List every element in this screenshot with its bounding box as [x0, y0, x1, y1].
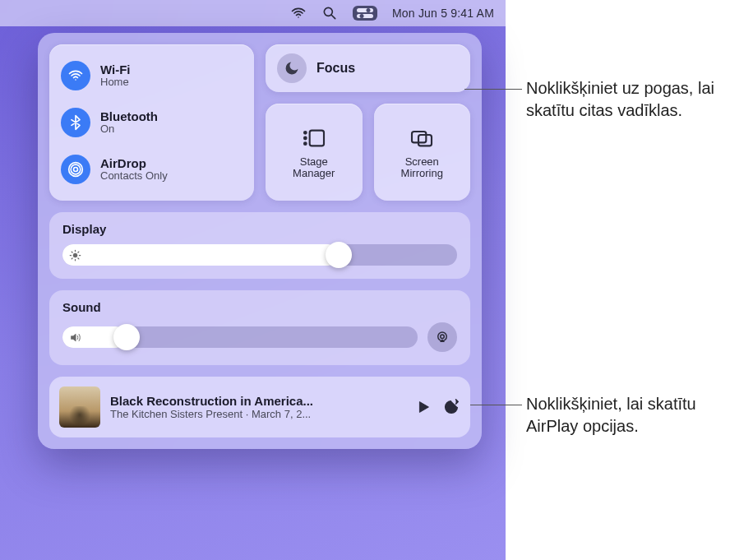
svg-point-0: [324, 7, 332, 16]
svg-text:30: 30: [448, 405, 455, 410]
svg-point-6: [71, 164, 81, 174]
display-label: Display: [62, 222, 457, 236]
spotlight-icon[interactable]: [321, 5, 338, 21]
bluetooth-row[interactable]: Bluetooth On: [59, 104, 244, 141]
svg-rect-2: [357, 14, 373, 18]
screen-mirroring-label: Screen Mirroring: [401, 156, 443, 180]
bluetooth-icon: [61, 108, 90, 137]
svg-rect-8: [309, 130, 323, 146]
svg-point-15: [441, 335, 445, 339]
svg-point-11: [304, 142, 307, 145]
callout-line: [470, 405, 522, 405]
screen-mirroring-icon: [409, 125, 435, 151]
brightness-icon: [69, 249, 81, 261]
sound-slider[interactable]: [62, 326, 418, 348]
svg-point-4: [359, 14, 363, 18]
moon-icon: [277, 53, 307, 83]
focus-label: Focus: [316, 61, 355, 76]
menubar: Mon Jun 5 9:41 AM: [0, 0, 506, 26]
wifi-row[interactable]: Wi-Fi Home: [59, 58, 244, 94]
bluetooth-sub: On: [100, 123, 158, 136]
airplay-icon: [435, 330, 450, 345]
callout-focus: Noklikšķiniet uz pogas, lai skatītu cita…: [526, 77, 715, 122]
wifi-sub: Home: [100, 76, 131, 89]
menubar-datetime[interactable]: Mon Jun 5 9:41 AM: [392, 7, 494, 20]
album-art: [59, 386, 100, 428]
control-center-toggle[interactable]: [353, 6, 377, 21]
now-playing-subtitle: The Kitchen Sisters Present · March 7, 2…: [110, 408, 404, 420]
wifi-icon[interactable]: [290, 5, 307, 21]
airplay-audio-button[interactable]: [427, 322, 457, 352]
focus-button[interactable]: Focus: [266, 44, 470, 92]
now-playing-title: Black Reconstruction in America...: [110, 394, 404, 408]
stage-manager-label: Stage Manager: [293, 156, 335, 180]
sound-card: Sound: [49, 290, 470, 365]
svg-point-3: [366, 8, 370, 12]
stage-manager-tile[interactable]: Stage Manager: [266, 104, 363, 201]
svg-rect-13: [418, 135, 432, 146]
airdrop-title: AirDrop: [100, 156, 168, 170]
sound-label: Sound: [62, 300, 457, 314]
svg-point-14: [73, 253, 77, 257]
airdrop-sub: Contacts Only: [100, 170, 168, 183]
svg-point-5: [74, 167, 78, 171]
display-card: Display: [49, 212, 470, 279]
wifi-icon: [61, 61, 90, 90]
display-slider[interactable]: [62, 244, 457, 266]
control-center-panel: Wi-Fi Home Bluetooth On: [38, 33, 482, 449]
callout-line: [464, 89, 522, 90]
airdrop-row[interactable]: AirDrop Contacts Only: [59, 151, 244, 187]
volume-icon: [69, 331, 81, 344]
connectivity-card: Wi-Fi Home Bluetooth On: [49, 44, 254, 201]
bluetooth-title: Bluetooth: [100, 109, 158, 123]
stage-manager-icon: [301, 125, 327, 151]
screen-mirroring-tile[interactable]: Screen Mirroring: [374, 104, 471, 201]
callout-airplay: Noklikšķiniet, lai skatītu AirPlay opcij…: [526, 393, 715, 437]
wifi-title: Wi-Fi: [100, 62, 131, 76]
now-playing-card[interactable]: Black Reconstruction in America... The K…: [49, 377, 470, 437]
svg-rect-1: [357, 8, 373, 12]
svg-point-10: [304, 137, 307, 139]
skip-forward-30-button[interactable]: 30: [442, 398, 460, 416]
play-button[interactable]: [414, 398, 432, 416]
svg-point-9: [304, 132, 307, 134]
airdrop-icon: [61, 155, 90, 184]
